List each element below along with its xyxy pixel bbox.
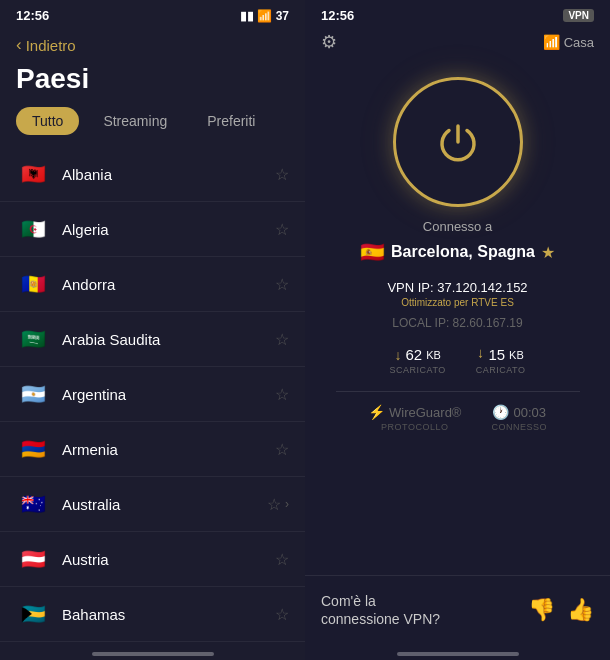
star-icon-andorra[interactable]: ☆	[275, 275, 289, 294]
power-button-inner	[408, 92, 508, 192]
tab-streaming[interactable]: Streaming	[87, 107, 183, 135]
protocol-time-item: 🕐 00:03 CONNESSO	[491, 404, 547, 432]
country-list: 🇦🇱 Albania ☆ 🇩🇿 Algeria ☆ 🇦🇩 Andorra ☆ 🇸…	[0, 147, 305, 644]
download-unit: KB	[426, 349, 441, 361]
power-button[interactable]	[393, 77, 523, 207]
vpn-badge: VPN	[563, 9, 594, 22]
protocol-name-label: PROTOCOLLO	[381, 422, 448, 432]
scroll-indicator	[92, 652, 214, 656]
country-name-argentina: Argentina	[62, 386, 267, 403]
home-indicator-right	[397, 652, 519, 656]
clock-icon: 🕐	[492, 404, 509, 420]
wifi-icon: 📶	[543, 34, 560, 50]
list-item[interactable]: 🇧🇸 Bahamas ☆	[0, 587, 305, 642]
protocol-time-label: CONNESSO	[491, 422, 547, 432]
country-name-andorra: Andorra	[62, 276, 267, 293]
country-name-armenia: Armenia	[62, 441, 267, 458]
flag-australia: 🇦🇺	[16, 487, 50, 521]
list-item-australia[interactable]: 🇦🇺 Australia ☆ ›	[0, 477, 305, 532]
upload-value: 15	[488, 346, 505, 363]
country-name-bahamas: Bahamas	[62, 606, 267, 623]
list-item-austria[interactable]: 🇦🇹 Austria ☆	[0, 532, 305, 587]
feedback-section: Com'è laconnessione VPN? 👎 👍	[305, 575, 610, 644]
right-header: ⚙ 📶 Casa	[305, 27, 610, 61]
download-arrow-icon: ↓	[394, 347, 401, 363]
star-icon-arabia-saudita[interactable]: ☆	[275, 330, 289, 349]
location-flag: 🇪🇸	[360, 240, 385, 264]
star-icon-bahamas[interactable]: ☆	[275, 605, 289, 624]
protocol-name-item: ⚡ WireGuard® PROTOCOLLO	[368, 404, 461, 432]
list-item[interactable]: 🇧🇩 Bangladesh ☆	[0, 642, 305, 644]
star-icon-argentina[interactable]: ☆	[275, 385, 289, 404]
feedback-question: Com'è laconnessione VPN?	[321, 592, 440, 628]
stats-row: ↓ 62 KB SCARICATO ↑ 15 KB CARICATO	[390, 346, 526, 375]
flag-armenia: 🇦🇲	[16, 432, 50, 466]
country-name-arabia-saudita: Arabia Saudita	[62, 331, 267, 348]
location-star-icon[interactable]: ★	[541, 243, 555, 262]
list-item[interactable]: 🇦🇩 Andorra ☆	[0, 257, 305, 312]
upload-label: CARICATO	[476, 365, 526, 375]
download-value: 62	[405, 346, 422, 363]
flag-andorra: 🇦🇩	[16, 267, 50, 301]
stat-download: ↓ 62 KB SCARICATO	[390, 346, 446, 375]
flag-bahamas: 🇧🇸	[16, 597, 50, 631]
right-panel: 12:56 VPN ⚙ 📶 Casa Connesso a 🇪🇸 Barcelo…	[305, 0, 610, 660]
back-chevron-icon: ‹	[16, 35, 22, 55]
star-icon-australia[interactable]: ☆	[267, 495, 281, 514]
flag-algeria: 🇩🇿	[16, 212, 50, 246]
power-icon	[434, 118, 482, 166]
list-item[interactable]: 🇦🇱 Albania ☆	[0, 147, 305, 202]
list-item[interactable]: 🇩🇿 Algeria ☆	[0, 202, 305, 257]
download-label: SCARICATO	[390, 365, 446, 375]
stats-divider	[336, 391, 580, 392]
back-button[interactable]: ‹ Indietro	[0, 27, 305, 59]
vpn-optimized-label: Ottimizzato per RTVE ES	[401, 297, 514, 308]
thumbs-up-button[interactable]: 👍	[567, 597, 594, 623]
chevron-right-icon-australia: ›	[285, 497, 289, 511]
status-bar-left: 12:56 ▮▮ 📶 37	[0, 0, 305, 27]
flag-austria: 🇦🇹	[16, 542, 50, 576]
upload-unit: KB	[509, 349, 524, 361]
thumbs-down-button[interactable]: 👎	[528, 597, 555, 623]
star-icon-albania[interactable]: ☆	[275, 165, 289, 184]
left-panel: 12:56 ▮▮ 📶 37 ‹ Indietro Paesi Tutto Str…	[0, 0, 305, 660]
upload-arrow-icon: ↑	[477, 347, 484, 363]
status-bar-right: 12:56 VPN	[305, 0, 610, 27]
feedback-buttons: 👎 👍	[528, 597, 594, 623]
star-icon-armenia[interactable]: ☆	[275, 440, 289, 459]
vpn-ip: VPN IP: 37.120.142.152	[387, 280, 527, 295]
flag-arabia-saudita: 🇸🇦	[16, 322, 50, 356]
connected-label: Connesso a	[423, 219, 492, 234]
star-icon-austria[interactable]: ☆	[275, 550, 289, 569]
list-item[interactable]: 🇦🇲 Armenia ☆	[0, 422, 305, 477]
protocol-time: 00:03	[513, 405, 546, 420]
tab-tutto[interactable]: Tutto	[16, 107, 79, 135]
time-right: 12:56	[321, 8, 354, 23]
filter-tabs: Tutto Streaming Preferiti	[0, 107, 305, 147]
flag-argentina: 🇦🇷	[16, 377, 50, 411]
back-label: Indietro	[26, 37, 76, 54]
country-name-algeria: Algeria	[62, 221, 267, 238]
country-name-albania: Albania	[62, 166, 267, 183]
flag-albania: 🇦🇱	[16, 157, 50, 191]
time-left: 12:56	[16, 8, 49, 23]
status-icons-right: VPN	[563, 9, 594, 22]
location-row: 🇪🇸 Barcelona, Spagna ★	[360, 240, 555, 264]
country-name-austria: Austria	[62, 551, 267, 568]
signal-icons: ▮▮ 📶 37	[240, 9, 289, 23]
local-ip: LOCAL IP: 82.60.167.19	[392, 316, 522, 330]
protocol-icon: ⚡	[368, 404, 385, 420]
protocol-name: WireGuard®	[389, 405, 461, 420]
protocol-row: ⚡ WireGuard® PROTOCOLLO 🕐 00:03 CONNESSO	[368, 404, 547, 432]
wifi-network-name: Casa	[564, 35, 594, 50]
tab-preferiti[interactable]: Preferiti	[191, 107, 271, 135]
list-item[interactable]: 🇦🇷 Argentina ☆	[0, 367, 305, 422]
stat-upload: ↑ 15 KB CARICATO	[476, 346, 526, 375]
gear-icon[interactable]: ⚙	[321, 31, 337, 53]
star-icon-algeria[interactable]: ☆	[275, 220, 289, 239]
location-name: Barcelona, Spagna	[391, 243, 535, 261]
country-name-australia: Australia	[62, 496, 259, 513]
page-title: Paesi	[0, 59, 305, 107]
list-item[interactable]: 🇸🇦 Arabia Saudita ☆	[0, 312, 305, 367]
wifi-label: 📶 Casa	[543, 34, 594, 50]
